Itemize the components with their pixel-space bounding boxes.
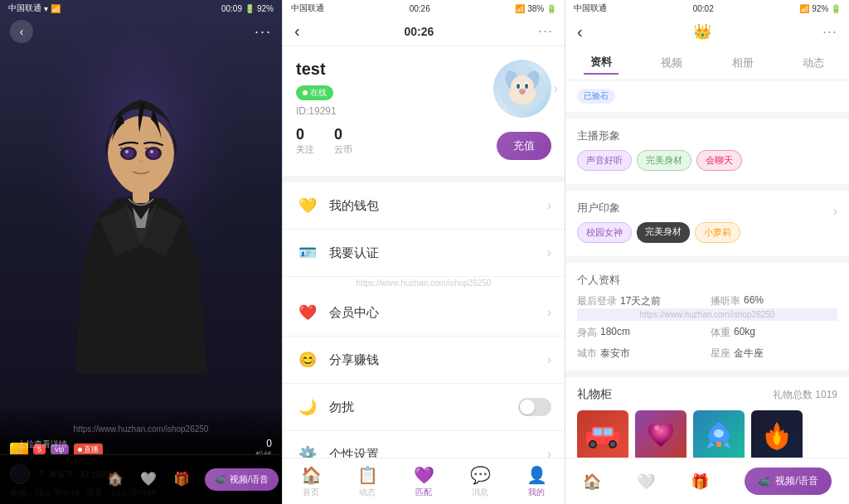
recharge-button[interactable]: 充值 <box>497 132 551 160</box>
top-bar-p2: ‹ 00:26 ··· <box>283 17 565 46</box>
city-item: 城市 泰安市 <box>577 346 704 361</box>
nav-feed-p2[interactable]: 📋 动态 <box>357 465 378 498</box>
scroll-up-hint: ↑ 上拉查看详情 <box>10 439 67 450</box>
more-button-p2[interactable]: ··· <box>538 22 553 40</box>
nav-home-p2[interactable]: 🏠 首页 <box>301 465 322 498</box>
gift-car: 红色跑车 8 <box>577 410 628 458</box>
chevron-vip: › <box>547 305 551 320</box>
svg-point-28 <box>714 429 724 438</box>
p3-call-button[interactable]: 📹 视频/语音 <box>745 468 831 495</box>
action-gift[interactable]: 🎁 <box>172 468 192 491</box>
watermark: https://www.huzhan.com/ishop26250 <box>0 424 282 434</box>
user-impression-section: 用户印象 › 校园女神 完美身材 小萝莉 <box>565 191 849 256</box>
p3-nav-home[interactable]: 🏠 <box>583 472 601 491</box>
top-bar-p3: ‹ 👑 ··· <box>565 17 849 46</box>
battery-time: 00:09 🔋 92% <box>221 4 274 13</box>
user-id-p2: ID:19291 <box>296 105 337 117</box>
following-stat: 0 关注 <box>296 126 314 156</box>
action-home[interactable]: 🏠 <box>105 468 125 491</box>
p3-nav-gift[interactable]: 🎁 <box>691 472 709 491</box>
host-image-section: 主播形象 声音好听 完美身材 会聊天 <box>565 119 849 184</box>
watermark-p3: https://www.huzhan.com/ishop26250 <box>577 308 837 321</box>
heart-icon: 🤍 <box>138 468 158 488</box>
info-grid: 最后登录 17天之前 播听率 66% <box>577 294 837 308</box>
more-button-p3[interactable]: ··· <box>822 23 837 41</box>
wallet-icon: 💛 <box>296 194 319 217</box>
personal-info-section: 个人资料 最后登录 17天之前 播听率 66% https://www.huzh… <box>565 263 849 371</box>
verify-row: 已验石 <box>577 89 837 104</box>
panel3-user-detail: 中国联通 00:02 📶 92% 🔋 ‹ 👑 ··· 资料 视频 相册 动态 已… <box>565 0 849 504</box>
chevron-verify: › <box>547 245 551 260</box>
stats-row-p2: 0 关注 0 云币 <box>296 126 352 156</box>
status-bar-p2: 中国联通 00:26 📶 38% 🔋 <box>283 0 565 17</box>
response-value: 66% <box>744 294 764 308</box>
action-heart[interactable]: 🤍 <box>138 468 158 491</box>
home-nav-label: 首页 <box>303 487 319 498</box>
profile-left: test 在线 ID:19291 <box>296 60 337 117</box>
match-nav-label: 匹配 <box>415 487 432 498</box>
last-login-label: 最后登录 <box>577 294 617 308</box>
gift-spaceship-box <box>693 410 745 458</box>
feed-nav-icon: 📋 <box>357 465 378 485</box>
svg-point-24 <box>590 442 595 447</box>
tab-feed[interactable]: 动态 <box>796 52 831 74</box>
gifts-grid: 红色跑车 8 <box>577 410 837 458</box>
mine-nav-label: 我的 <box>528 487 545 498</box>
height-item: 身高 180cm <box>577 326 704 340</box>
back-button-p3[interactable]: ‹ <box>577 22 583 41</box>
menu-vip[interactable]: ❤️ 会员中心 › <box>283 289 565 337</box>
status-bar-p3: 中国联通 00:02 📶 92% 🔋 <box>565 0 849 17</box>
p3-home-icon: 🏠 <box>583 472 601 491</box>
nav-mine-p2[interactable]: 👤 我的 <box>526 465 547 498</box>
menu-wallet[interactable]: 💛 我的钱包 › <box>283 182 565 230</box>
height-value: 180cm <box>600 326 630 340</box>
info-grid-2: 身高 180cm 体重 60kg 城市 泰安市 星座 金牛座 <box>577 326 837 361</box>
earn-label: 分享赚钱 <box>329 352 547 368</box>
avatar-p2 <box>493 60 551 118</box>
response-item: 播听率 66% <box>711 294 837 308</box>
menu-verify[interactable]: 🪪 我要认证 › <box>283 230 565 277</box>
crown-icon-p3: 👑 <box>693 22 711 41</box>
p3-gift-icon: 🎁 <box>691 472 709 491</box>
home-nav-icon: 🏠 <box>301 465 322 485</box>
menu-list-p2: 💛 我的钱包 › 🪪 我要认证 › https://www.huzhan.com… <box>283 182 565 478</box>
tab-album[interactable]: 相册 <box>725 52 760 74</box>
response-label: 播听率 <box>711 294 740 308</box>
last-login-value: 17天之前 <box>620 294 661 308</box>
svg-point-5 <box>123 148 134 158</box>
back-button[interactable]: ‹ <box>10 20 33 43</box>
svg-rect-29 <box>716 442 721 447</box>
svg-point-13 <box>511 75 534 99</box>
nav-match-p2[interactable]: 💜 匹配 <box>414 465 434 498</box>
p3-nav-heart[interactable]: 🤍 <box>637 472 655 491</box>
back-button-p2[interactable]: ‹ <box>294 22 300 41</box>
verify-label: 我要认证 <box>329 245 547 261</box>
tag-chat: 会聊天 <box>696 150 742 171</box>
gift-spaceship: 星际争霸 3 <box>693 410 745 458</box>
weight-label: 体重 <box>711 326 730 340</box>
watermark-p2: https://www.huzhan.com/ishop26250 <box>283 277 565 289</box>
nav-bar-p2: 🏠 首页 📋 动态 💜 匹配 💬 消息 👤 我的 <box>283 458 565 504</box>
panel1-live-stream: 中国联通 ▾ 📶 00:09 🔋 92% ‹ ··· 👑 5 vip 直播 0 … <box>0 0 282 504</box>
chevron-icon-p2: › <box>554 81 558 96</box>
tag-body2: 完美身材 <box>637 222 690 243</box>
weight-value: 60kg <box>734 326 755 340</box>
carrier-signal: 中国联通 ▾ 📶 <box>8 2 61 14</box>
call-button[interactable]: 📹 视频/语音 <box>205 468 279 491</box>
dnd-toggle[interactable] <box>518 398 551 416</box>
gift-heart-box <box>635 410 686 458</box>
nav-message-p2[interactable]: 💬 消息 <box>470 465 491 498</box>
dnd-icon: 🌙 <box>296 395 319 419</box>
status-bar: 中国联通 ▾ 📶 00:09 🔋 92% <box>0 0 282 17</box>
tag-campus: 校园女神 <box>577 222 632 243</box>
menu-dnd[interactable]: 🌙 勿扰 <box>283 384 565 431</box>
tab-profile[interactable]: 资料 <box>584 51 619 75</box>
gift-icon: 🎁 <box>172 468 192 488</box>
menu-earn[interactable]: 😊 分享赚钱 › <box>283 337 565 384</box>
tabs-p3: 资料 视频 相册 动态 <box>565 46 849 80</box>
gifts-title: 礼物柜 <box>577 387 612 402</box>
match-nav-icon: 💜 <box>414 465 434 485</box>
tab-video[interactable]: 视频 <box>654 52 689 74</box>
more-button[interactable]: ··· <box>255 23 272 41</box>
profile-section-p2: test 在线 ID:19291 <box>283 46 565 176</box>
